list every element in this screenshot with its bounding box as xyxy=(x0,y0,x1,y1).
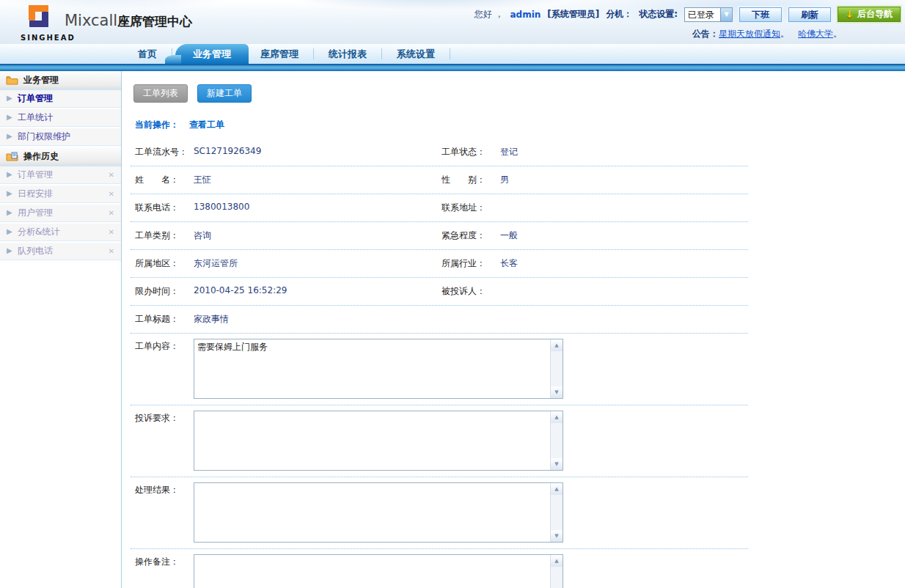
field-label-title: 工单标题： xyxy=(135,313,194,326)
field-label-category: 工单类别： xyxy=(135,229,194,242)
content-textarea[interactable]: 需要保姆上门服务 xyxy=(194,339,550,398)
field-label-complainee: 被投诉人： xyxy=(441,285,500,298)
notice-label: 公告： xyxy=(692,29,719,39)
operation-note-textarea-frame: ▲ ▼ xyxy=(194,554,563,588)
sidebar-section-business[interactable]: 业务管理 xyxy=(0,71,121,90)
bullet-icon: ▶ xyxy=(7,113,12,121)
field-label-name: 姓 名： xyxy=(135,174,194,186)
sidebar-item-label: 部门权限维护 xyxy=(18,131,70,143)
sidebar-history-analysis-statistics[interactable]: ▶ 分析&统计 ✕ xyxy=(0,224,121,241)
off-duty-button[interactable]: 下班 xyxy=(739,7,782,22)
scroll-up-icon[interactable]: ▲ xyxy=(551,411,563,423)
close-icon[interactable]: ✕ xyxy=(109,190,114,198)
handling-result-textarea-frame: ▲ ▼ xyxy=(194,482,563,543)
status-setting-label: 状态设置: xyxy=(639,8,678,21)
user-bar: 您好 ， admin [系统管理员] 分机： 状态设置: 已登录 ▼ 下班 刷新… xyxy=(475,7,901,22)
scroll-up-icon[interactable]: ▲ xyxy=(551,555,563,567)
field-value-deadline: 2010-04-25 16:52:29 xyxy=(194,285,287,298)
sidebar-history-user-management[interactable]: ▶ 用户管理 ✕ xyxy=(0,205,121,222)
app-header: SINGHEAD Mixcall座席管理中心 您好 ， admin [系统管理员… xyxy=(0,0,905,44)
close-icon[interactable]: ✕ xyxy=(109,247,114,255)
notice-bar: 公告：星期天放假通知。 哈佛大学。 xyxy=(692,28,842,40)
operation-note-textarea[interactable] xyxy=(194,555,550,588)
sidebar-item-order-management[interactable]: ▶ 订单管理 xyxy=(0,90,121,108)
form-row-serial-status: 工单流水号：SC1271926349 工单状态：登记 xyxy=(131,139,748,166)
sidebar-section-history[interactable]: 操作历史 xyxy=(0,147,121,166)
tab-home[interactable]: 首页 xyxy=(126,44,169,64)
field-label-gender: 性 别： xyxy=(441,174,500,186)
sidebar-section-title: 操作历史 xyxy=(23,150,59,163)
sidebar-history-order-management[interactable]: ▶ 订单管理 ✕ xyxy=(0,166,121,184)
scrollbar[interactable]: ▲ ▼ xyxy=(550,411,563,470)
username: admin xyxy=(510,10,541,20)
new-ticket-button[interactable]: 新建工单 xyxy=(197,84,252,103)
chevron-down-icon[interactable]: ▼ xyxy=(720,8,732,21)
scrollbar[interactable]: ▲ ▼ xyxy=(550,555,563,588)
scroll-down-icon[interactable]: ▼ xyxy=(551,530,563,542)
refresh-button[interactable]: 刷新 xyxy=(788,7,831,22)
complaint-request-textarea[interactable] xyxy=(194,411,550,470)
bullet-icon: ▶ xyxy=(7,208,12,216)
logo-text: SINGHEAD xyxy=(21,34,76,42)
scroll-down-icon[interactable]: ▼ xyxy=(551,458,563,470)
form-row-content: 工单内容： 需要保姆上门服务 ▲ ▼ xyxy=(131,334,748,405)
field-label-region: 所属地区： xyxy=(135,257,194,270)
form-row-category-urgency: 工单类别：咨询 紧急程度：一般 xyxy=(131,222,748,250)
form-row-phone-address: 联系电话：1380013800 联系地址： xyxy=(131,194,748,222)
down-arrow-icon: ↓ xyxy=(846,10,854,19)
ticket-list-button[interactable]: 工单列表 xyxy=(133,84,188,103)
field-label-industry: 所属行业： xyxy=(441,257,500,270)
singhead-logo-icon xyxy=(21,2,56,33)
status-select[interactable]: 已登录 ▼ xyxy=(684,7,733,22)
field-value-status: 登记 xyxy=(500,146,518,158)
current-operation: 当前操作：查看工单 xyxy=(135,119,905,131)
close-icon[interactable]: ✕ xyxy=(109,228,114,236)
scroll-up-icon[interactable]: ▲ xyxy=(551,339,563,351)
sidebar-item-ticket-statistics[interactable]: ▶ 工单统计 xyxy=(0,109,121,127)
field-label-urgency: 紧急程度： xyxy=(441,229,500,242)
ticket-form: 工单流水号：SC1271926349 工单状态：登记 姓 名：王怔 性 别：男 … xyxy=(131,139,748,588)
field-label-content: 工单内容： xyxy=(135,339,194,399)
notice-link-1[interactable]: 星期天放假通知 xyxy=(719,29,780,39)
field-value-industry: 长客 xyxy=(500,257,518,270)
main-content: 工单列表 新建工单 当前操作：查看工单 工单流水号：SC1271926349 工… xyxy=(122,71,905,588)
tab-business-management[interactable]: 业务管理 xyxy=(175,44,249,64)
field-value-region: 东河运管所 xyxy=(194,257,238,270)
page-title: Mixcall座席管理中心 xyxy=(65,12,192,30)
tab-statistics-report[interactable]: 统计报表 xyxy=(317,44,378,64)
tab-system-settings[interactable]: 系统设置 xyxy=(385,44,447,64)
sidebar-history-queue-calls[interactable]: ▶ 队列电话 ✕ xyxy=(0,243,121,260)
close-icon[interactable]: ✕ xyxy=(109,209,114,217)
bullet-icon: ▶ xyxy=(7,246,12,254)
form-row-handling-result: 处理结果： ▲ ▼ xyxy=(131,477,748,549)
sidebar-history-schedule[interactable]: ▶ 日程安排 ✕ xyxy=(0,185,121,203)
sidebar-item-label: 订单管理 xyxy=(18,92,53,105)
field-value-category: 咨询 xyxy=(194,229,211,242)
field-label-status: 工单状态： xyxy=(441,146,500,158)
sidebar-item-department-permission[interactable]: ▶ 部门权限维护 xyxy=(0,128,121,146)
complaint-request-textarea-frame: ▲ ▼ xyxy=(194,411,563,471)
close-icon[interactable]: ✕ xyxy=(109,171,114,179)
scroll-up-icon[interactable]: ▲ xyxy=(551,483,563,495)
bullet-icon: ▶ xyxy=(7,227,12,235)
tab-agent-management[interactable]: 座席管理 xyxy=(249,44,310,64)
sidebar-item-label: 日程安排 xyxy=(18,188,53,200)
sidebar: 业务管理 ▶ 订单管理 ▶ 工单统计 ▶ 部门权限维护 操作历史 ▶ 订单管理 xyxy=(0,71,122,588)
folder-icon xyxy=(6,76,18,85)
field-value-serial: SC1271926349 xyxy=(194,146,261,158)
tab-separator xyxy=(450,48,450,59)
tab-separator xyxy=(313,48,314,59)
handling-result-textarea[interactable] xyxy=(194,483,550,542)
status-select-value: 已登录 xyxy=(685,8,720,21)
greeting-text: 您好 ， xyxy=(475,8,504,21)
sidebar-section-title: 业务管理 xyxy=(23,74,59,87)
sidebar-item-label: 队列电话 xyxy=(18,245,53,257)
sidebar-item-label: 用户管理 xyxy=(18,207,53,219)
backend-nav-button[interactable]: ↓ 后台导航 xyxy=(838,7,901,22)
field-value-urgency: 一般 xyxy=(500,229,518,242)
field-label-complaint-request: 投诉要求： xyxy=(135,411,194,471)
scroll-down-icon[interactable]: ▼ xyxy=(551,386,563,398)
scrollbar[interactable]: ▲ ▼ xyxy=(550,339,563,398)
notice-link-2[interactable]: 哈佛大学 xyxy=(798,29,833,39)
scrollbar[interactable]: ▲ ▼ xyxy=(550,483,563,542)
